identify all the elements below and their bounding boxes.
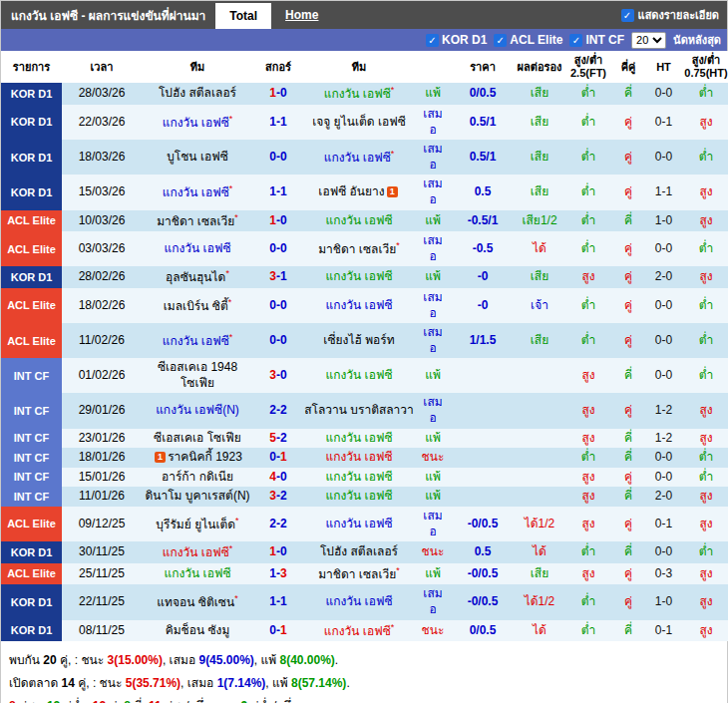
handicap-result: ได้ [515, 231, 564, 266]
handicap-result: ได้ [515, 620, 564, 642]
away-team: แกงวัน เอฟซี [303, 507, 415, 541]
home-team: ซีเอสเคเอ โซเฟีย [142, 429, 253, 449]
neutral-star-marker: * [396, 565, 400, 575]
team-name: เมลเบิร์น ซิตี้ [164, 299, 228, 313]
summary-segment: คู่, : ชนะ [75, 676, 126, 690]
team-name: แกงวัน เอฟซี [164, 566, 230, 580]
handicap-result: เสีย [515, 266, 564, 288]
result: แพ้ [415, 358, 451, 393]
away-team: แกงวัน เอฟซี [303, 487, 415, 507]
league-badge: KOR D1 [1, 83, 62, 105]
score: 0-1 [253, 620, 303, 642]
tab-total[interactable]: Total [215, 3, 271, 29]
ht-score: 0-3 [644, 563, 683, 585]
handicap-result: ได้ [515, 541, 564, 563]
summary-segment: 8 [124, 699, 131, 703]
ht-score: 0-0 [644, 288, 683, 323]
away-team: มาชิดา เซลเวีย* [303, 231, 415, 266]
ht-score: 0-0 [644, 541, 683, 563]
home-team: แกงวัน เอฟซี [142, 231, 253, 266]
ht-score: 0-0 [644, 468, 683, 488]
summary-segment: คู่ต่ำ/ครึ่งเวลา [247, 699, 322, 703]
filter-int-cf-checkbox[interactable]: ✓ [569, 34, 582, 47]
match-date: 15/01/26 [62, 468, 142, 488]
team-name: แกงวัน เอฟซี [324, 151, 391, 165]
away-team: แกงวัน เอฟซี [303, 429, 415, 449]
over-under-ft: สูง [564, 507, 612, 541]
result: ชนะ [415, 448, 451, 468]
team-name: แกงวัน เอฟซี [163, 545, 229, 559]
over-under-ht: สูง [683, 620, 728, 642]
handicap: -0 [451, 266, 515, 288]
league-badge: KOR D1 [1, 266, 62, 288]
over-under-ft: สูง [564, 468, 612, 488]
filter-acl-elite-checkbox[interactable]: ✓ [494, 34, 507, 47]
home-goals: 1 [269, 213, 276, 227]
ht-score: 2-0 [644, 487, 683, 507]
match-row: KOR D122/03/26แกงวัน เอฟซี*1-1เจจู ยูไนเ… [1, 105, 728, 140]
ht-score: 1-0 [644, 584, 683, 619]
col-header-result [415, 51, 451, 83]
neutral-star-marker: * [229, 543, 233, 553]
summary-segment: คู่, : ชนะ [57, 653, 108, 667]
over-under-ht: สูง [683, 210, 728, 232]
home-team: อุลซันฮุนได* [142, 266, 253, 288]
team-name: มาชิดา เซลเวีย [318, 242, 396, 256]
over-under-ft: ต่ำ [564, 175, 612, 209]
away-goals: 0 [280, 298, 287, 312]
away-team: แกงวัน เอฟซี [303, 210, 415, 232]
over-under-ht: สูง [683, 563, 728, 585]
summary-segment: คู่สูง, [16, 699, 47, 703]
handicap [451, 393, 515, 428]
handicap-result: เสีย [515, 105, 564, 140]
neutral-star-marker: * [235, 516, 239, 526]
tab-home[interactable]: Home [271, 1, 332, 29]
col-header-ht: HT [644, 51, 683, 83]
away-goals: 0 [280, 150, 287, 164]
summary-segment: , เสมอ [163, 653, 199, 667]
show-details-checkbox[interactable]: ✓ [621, 9, 634, 22]
handicap: -0/0.5 [451, 507, 515, 541]
result: เสมอ [415, 584, 451, 619]
handicap-result: เสีย [515, 563, 564, 585]
result: เสมอ [415, 288, 451, 323]
league-badge: ACL Elite [1, 210, 62, 232]
ht-score: 0-1 [644, 507, 683, 541]
handicap-result: ได้1/2 [515, 507, 564, 541]
filter-kor-d1: ✓ KOR D1 [426, 33, 487, 47]
home-team: แกงวัน เอฟซี* [142, 105, 253, 140]
team-name: แกงวัน เอฟซี [163, 116, 229, 130]
handicap [451, 487, 515, 507]
neutral-star-marker: * [229, 114, 233, 124]
team-name: แกงวัน เอฟซี [325, 594, 392, 608]
result: ชนะ [415, 620, 451, 642]
odd-even: คู่ [612, 563, 644, 585]
score: 0-1 [253, 448, 303, 468]
home-goals: 2 [269, 403, 276, 417]
handicap: -0/0.5 [451, 584, 515, 619]
summary-segment: . [335, 653, 338, 667]
col-header-odd-even: คี่คู่ [612, 51, 644, 83]
odd-even: คู่ [612, 468, 644, 488]
summary-segment: 3(15.00%) [108, 653, 163, 667]
score: 2-2 [253, 507, 303, 541]
away-team: สโลวาน บราติสลาวา [303, 393, 415, 428]
filter-kor-d1-checkbox[interactable]: ✓ [426, 34, 439, 47]
team-name: โปฮัง สตีลเลอร์ [159, 86, 236, 100]
away-team: เซี่ยงไฮ้ พอร์ท [303, 323, 415, 358]
filter-kor-d1-label: KOR D1 [442, 33, 487, 47]
home-goals: 0 [269, 241, 276, 255]
match-count-select[interactable]: 20 [631, 32, 666, 49]
neutral-star-marker: * [225, 268, 229, 278]
team-name: แกงวัน เอฟซี [325, 431, 392, 445]
team-name: แกงวัน เอฟซี [325, 213, 392, 227]
ht-score: 1-2 [644, 429, 683, 449]
filter-int-cf: ✓ INT CF [569, 33, 624, 47]
team-name: บูโชน เอฟซี [167, 150, 228, 164]
odd-even: คู่ [612, 231, 644, 266]
league-badge: ACL Elite [1, 231, 62, 266]
home-team: แทจอน ซิติเซน* [142, 584, 253, 619]
ht-score: 1-1 [644, 175, 683, 209]
team-name: มาชิดา เซลเวีย [157, 214, 234, 228]
over-under-ft: สูง [564, 393, 612, 428]
